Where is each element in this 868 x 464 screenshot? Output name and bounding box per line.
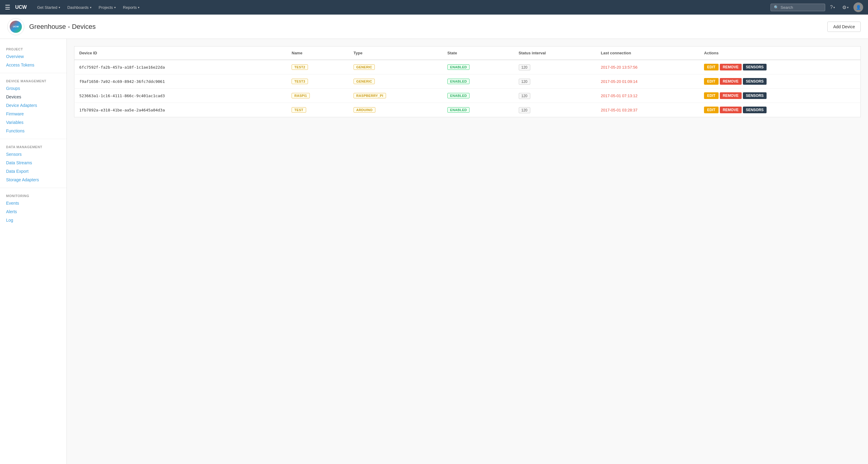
- cell-name: RASPI1: [287, 89, 349, 103]
- chevron-down-icon: ▾: [90, 6, 91, 9]
- col-state: State: [442, 47, 514, 60]
- devices-table: Device ID Name Type State Status interva…: [74, 46, 861, 117]
- sidebar-section-device-management: DEVICE MANAGEMENT Groups Devices Device …: [0, 77, 66, 135]
- col-status-interval: Status interval: [514, 47, 596, 60]
- sidebar-section-data-management: DATA MANAGEMENT Sensors Data Streams Dat…: [0, 143, 66, 184]
- cell-device-id: 523663a1-1c16-4111-866c-9c401ac1cad3: [74, 89, 287, 103]
- sidebar-item-devices[interactable]: Devices: [0, 93, 66, 101]
- cell-interval: 120: [514, 89, 596, 103]
- cell-last-connection: 2017-05-01 07:13:12: [596, 89, 699, 103]
- sidebar-divider: [0, 139, 66, 139]
- gear-icon: ⚙: [842, 5, 846, 10]
- table-row: 1fb7892a-e318-41be-aa5e-2a4645a04d3a TES…: [74, 103, 861, 117]
- cell-type: GENERIC: [349, 74, 442, 89]
- cell-name: TEST3: [287, 74, 349, 89]
- nav-projects[interactable]: Projects ▾: [96, 4, 119, 11]
- sidebar-item-events[interactable]: Events: [0, 199, 66, 208]
- cell-device-id: f9af1650-7a92-4c69-8942-36fc7ddc9061: [74, 74, 287, 89]
- sidebar: PROJECT Overview Access Tokens DEVICE MA…: [0, 39, 67, 464]
- sensors-button[interactable]: SENSORS: [743, 92, 767, 99]
- nav-dashboards[interactable]: Dashboards ▾: [64, 4, 94, 11]
- col-device-id: Device ID: [74, 47, 287, 60]
- sidebar-section-monitoring: MONITORING Events Alerts Log: [0, 192, 66, 224]
- sidebar-item-data-export[interactable]: Data Export: [0, 167, 66, 176]
- sidebar-item-variables[interactable]: Variables: [0, 118, 66, 127]
- cell-state: ENABLED: [442, 60, 514, 74]
- table-row: f9af1650-7a92-4c69-8942-36fc7ddc9061 TES…: [74, 74, 861, 89]
- sidebar-item-log[interactable]: Log: [0, 216, 66, 224]
- cell-actions: EDIT REMOVE SENSORS: [699, 89, 860, 103]
- sidebar-section-label-project: PROJECT: [0, 45, 66, 52]
- sensors-button[interactable]: SENSORS: [743, 106, 767, 113]
- search-input[interactable]: [780, 5, 823, 10]
- chevron-down-icon: ▾: [847, 6, 848, 9]
- cell-state: ENABLED: [442, 103, 514, 117]
- cell-name: TEST: [287, 103, 349, 117]
- cell-interval: 120: [514, 60, 596, 74]
- sidebar-item-overview[interactable]: Overview: [0, 52, 66, 61]
- edit-button[interactable]: EDIT: [704, 92, 718, 99]
- sidebar-item-groups[interactable]: Groups: [0, 84, 66, 93]
- cell-type: ARDUINO: [349, 103, 442, 117]
- main-content: Device ID Name Type State Status interva…: [67, 39, 868, 464]
- page-title: Greenhouse - Devices: [29, 23, 827, 31]
- avatar[interactable]: 👤: [854, 2, 863, 12]
- sidebar-item-device-adapters[interactable]: Device Adapters: [0, 101, 66, 110]
- layout: PROJECT Overview Access Tokens DEVICE MA…: [0, 39, 868, 464]
- nav-get-started[interactable]: Get Started ▾: [34, 4, 63, 11]
- cell-name: TEST2: [287, 60, 349, 74]
- sidebar-item-alerts[interactable]: Alerts: [0, 208, 66, 216]
- edit-button[interactable]: EDIT: [704, 64, 718, 70]
- page-header: UCW Greenhouse - Devices Add Device: [0, 14, 868, 39]
- cell-interval: 120: [514, 74, 596, 89]
- settings-button[interactable]: ⚙ ▾: [840, 3, 851, 11]
- table-row: 6fc7592f-fa2b-457a-a18f-1c1ae16e22da TES…: [74, 60, 861, 74]
- project-logo: UCW: [7, 18, 24, 35]
- edit-button[interactable]: EDIT: [704, 106, 718, 113]
- sidebar-item-data-streams[interactable]: Data Streams: [0, 158, 66, 167]
- cell-actions: EDIT REMOVE SENSORS: [699, 103, 860, 117]
- avatar-icon: 👤: [856, 5, 861, 10]
- cell-last-connection: 2017-05-20 13:57:56: [596, 60, 699, 74]
- sidebar-item-sensors[interactable]: Sensors: [0, 150, 66, 158]
- help-button[interactable]: ? ▾: [828, 3, 837, 11]
- nav-reports[interactable]: Reports ▾: [120, 4, 143, 11]
- col-name: Name: [287, 47, 349, 60]
- sidebar-item-access-tokens[interactable]: Access Tokens: [0, 61, 66, 69]
- sidebar-item-storage-adapters[interactable]: Storage Adapters: [0, 176, 66, 184]
- search-box[interactable]: 🔍: [771, 4, 825, 11]
- sensors-button[interactable]: SENSORS: [743, 64, 767, 70]
- top-navigation: ☰ UCW Get Started ▾ Dashboards ▾ Project…: [0, 0, 868, 14]
- sidebar-section-label-device-management: DEVICE MANAGEMENT: [0, 77, 66, 84]
- sensors-button[interactable]: SENSORS: [743, 78, 767, 85]
- sidebar-divider: [0, 188, 66, 188]
- sidebar-section-project: PROJECT Overview Access Tokens: [0, 45, 66, 69]
- chevron-down-icon: ▾: [833, 6, 835, 9]
- table-row: 523663a1-1c16-4111-866c-9c401ac1cad3 RAS…: [74, 89, 861, 103]
- help-icon: ?: [830, 5, 833, 10]
- chevron-down-icon: ▾: [138, 6, 140, 9]
- cell-last-connection: 2017-05-01 03:28:37: [596, 103, 699, 117]
- add-device-button[interactable]: Add Device: [827, 22, 861, 32]
- sidebar-item-firmware[interactable]: Firmware: [0, 110, 66, 118]
- menu-hamburger-icon[interactable]: ☰: [5, 4, 10, 11]
- table-header: Device ID Name Type State Status interva…: [74, 47, 861, 60]
- remove-button[interactable]: REMOVE: [720, 106, 742, 113]
- sidebar-item-functions[interactable]: Functions: [0, 127, 66, 135]
- cell-state: ENABLED: [442, 74, 514, 89]
- col-type: Type: [349, 47, 442, 60]
- cell-state: ENABLED: [442, 89, 514, 103]
- cell-device-id: 1fb7892a-e318-41be-aa5e-2a4645a04d3a: [74, 103, 287, 117]
- remove-button[interactable]: REMOVE: [720, 64, 742, 70]
- sidebar-divider: [0, 73, 66, 73]
- cell-last-connection: 2017-05-20 01:09:14: [596, 74, 699, 89]
- edit-button[interactable]: EDIT: [704, 78, 718, 85]
- remove-button[interactable]: REMOVE: [720, 92, 742, 99]
- chevron-down-icon: ▾: [59, 6, 60, 9]
- logo-inner: UCW: [10, 21, 22, 33]
- remove-button[interactable]: REMOVE: [720, 78, 742, 85]
- cell-actions: EDIT REMOVE SENSORS: [699, 60, 860, 74]
- search-icon: 🔍: [774, 5, 779, 10]
- cell-type: RASPBERRY_PI: [349, 89, 442, 103]
- chevron-down-icon: ▾: [114, 6, 116, 9]
